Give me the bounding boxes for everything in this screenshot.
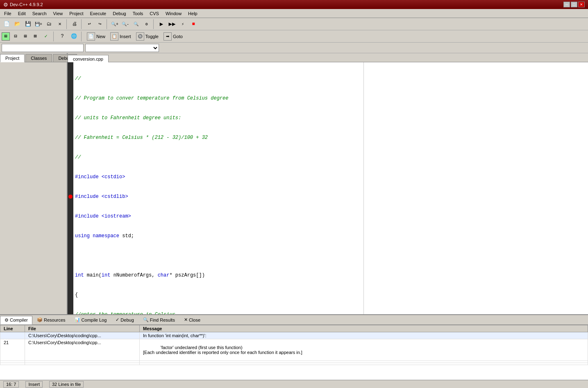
- tb2-btn1[interactable]: ⊞: [2, 32, 10, 41]
- undo-button[interactable]: ↩: [84, 19, 94, 29]
- tb-sep3: [107, 19, 108, 29]
- compile-button[interactable]: ▶: [157, 19, 166, 29]
- error-gutter: [68, 62, 73, 314]
- help-btn[interactable]: ?: [57, 32, 67, 41]
- status-lines: 32 Lines in file: [49, 381, 84, 388]
- close-file-button[interactable]: ✕: [55, 19, 65, 29]
- code-line-6: #include <cstdio>: [75, 174, 362, 180]
- search-dropdown[interactable]: [85, 44, 159, 52]
- menu-edit[interactable]: Edit: [15, 10, 29, 17]
- col-message: Message: [140, 325, 588, 332]
- save-all-button[interactable]: 💾+: [34, 19, 43, 29]
- menu-search[interactable]: Search: [29, 10, 50, 17]
- tb2-sep2: [81, 32, 83, 41]
- close-bottom-icon: ✕: [184, 317, 188, 322]
- debug-icon: ✓: [116, 317, 119, 322]
- project-button[interactable]: 🗂: [44, 19, 54, 29]
- error-row-1-line: 21: [0, 339, 25, 361]
- app-title: Dev-C++ 4.9.9.2: [10, 2, 43, 7]
- toolbar2: ⊞ ⊟ ⊞ ⊠ ✓ ? 🌐 📄 New 📋 Insert 🔘 Toggle ➡ …: [0, 30, 588, 43]
- zoom-out-button[interactable]: 🔍-: [120, 19, 130, 29]
- menu-cvs[interactable]: CVS: [146, 10, 162, 17]
- error-row-1-message: 'factor' undeclared (first use this func…: [140, 339, 588, 361]
- menu-window[interactable]: Window: [162, 10, 185, 17]
- web-btn[interactable]: 🌐: [69, 32, 79, 41]
- tab-classes[interactable]: Classes: [25, 54, 52, 62]
- tb2-checkmark[interactable]: ✓: [41, 32, 51, 41]
- menu-bar: File Edit Search View Project Execute De…: [0, 9, 588, 18]
- minimize-button[interactable]: ─: [563, 2, 570, 7]
- new-icon: 📄: [87, 32, 95, 41]
- code-line-1: //: [75, 75, 362, 82]
- code-line-8: #include <iostream>: [75, 213, 362, 220]
- btab-debug[interactable]: ✓ Debug: [111, 315, 138, 324]
- tb2-btn2[interactable]: ⊟: [11, 32, 20, 41]
- tb2-btn4[interactable]: ⊠: [31, 32, 39, 41]
- new-item[interactable]: 📄 New: [85, 32, 107, 41]
- debug-run-button[interactable]: ⚡: [178, 19, 188, 29]
- menu-execute[interactable]: Execute: [86, 10, 109, 17]
- code-line-13: //enter the temperature in Celsius: [75, 311, 362, 314]
- compile-log-label: Compile Log: [82, 318, 107, 322]
- options-button[interactable]: ⚙: [142, 19, 152, 29]
- restore-button[interactable]: □: [571, 2, 577, 7]
- compiler-label: Compiler: [10, 318, 28, 322]
- file-tabs: conversion.cpp: [68, 53, 588, 62]
- zoom-reset-button[interactable]: 🔍: [131, 19, 141, 29]
- menu-view[interactable]: View: [50, 10, 66, 17]
- file-tab-conversion[interactable]: conversion.cpp: [68, 55, 109, 63]
- code-line-5: //: [75, 154, 362, 161]
- new-file-button[interactable]: 📄: [2, 19, 11, 29]
- error-row-0-file: C:\Users\Cory\Desktop\coding\cpp...: [25, 332, 140, 339]
- status-position: 16: 7: [3, 381, 19, 388]
- goto-icon: ➡: [163, 32, 172, 41]
- btab-resources[interactable]: 📦 Resources: [32, 315, 70, 324]
- find-results-label: Find Results: [150, 318, 175, 322]
- close-button[interactable]: ✕: [578, 2, 585, 7]
- code-line-4: // Fahrenheit = Celsius * (212 - 32)/100…: [75, 134, 362, 141]
- zoom-in-button[interactable]: 🔍+: [110, 19, 120, 29]
- btab-find-results[interactable]: 🔍 Find Results: [138, 315, 179, 324]
- debug-label: Debug: [120, 318, 134, 322]
- resources-icon: 📦: [37, 317, 43, 322]
- menu-help[interactable]: Help: [185, 10, 201, 17]
- menu-project[interactable]: Project: [66, 10, 86, 17]
- insert-label: Insert: [120, 34, 131, 39]
- status-bar: 16: 7 Insert 32 Lines in file: [0, 380, 588, 388]
- code-lines[interactable]: // // Program to conver temperature from…: [73, 62, 363, 314]
- goto-item[interactable]: ➡ Goto: [162, 32, 184, 41]
- left-panel: [0, 62, 68, 314]
- tb2-btn3[interactable]: ⊞: [21, 32, 30, 41]
- app-icon: ⚙: [3, 2, 8, 8]
- code-area[interactable]: // // Program to conver temperature from…: [68, 62, 588, 314]
- right-split: [363, 62, 588, 314]
- title-bar: ⚙ Dev-C++ 4.9.9.2 ─ □ ✕: [0, 0, 588, 9]
- tb-sep2: [81, 19, 83, 29]
- redo-button[interactable]: ↪: [95, 19, 105, 29]
- error-table: Line File Message C:\Users\Cory\Desktop\…: [0, 325, 588, 365]
- open-file-button[interactable]: 📂: [12, 19, 22, 29]
- toggle-item[interactable]: 🔘 Toggle: [134, 32, 160, 41]
- error-row-0-message: In function 'int main(int, char**)':: [140, 332, 588, 339]
- btab-compiler[interactable]: ⚙ Compiler: [0, 316, 32, 324]
- btab-compile-log[interactable]: 📊 Compile Log: [70, 315, 111, 324]
- print-button[interactable]: 🖨: [70, 19, 79, 29]
- menu-tools[interactable]: Tools: [129, 10, 147, 17]
- insert-item[interactable]: 📋 Insert: [109, 32, 133, 41]
- tb-sep1: [66, 19, 68, 29]
- menu-file[interactable]: File: [1, 10, 15, 17]
- toolbar1: 📄 📂 💾 💾+ 🗂 ✕ 🖨 ↩ ↪ 🔍+ 🔍- 🔍 ⚙ ▶ ▶▶ ⚡ ■: [0, 18, 588, 30]
- save-button[interactable]: 💾: [23, 19, 33, 29]
- tab-project[interactable]: Project: [0, 54, 25, 62]
- code-line-9: using namespace std;: [75, 233, 362, 239]
- code-line-2: // Program to conver temperature from Ce…: [75, 95, 362, 102]
- title-left: ⚙ Dev-C++ 4.9.9.2: [3, 2, 43, 8]
- search-input[interactable]: [2, 44, 84, 52]
- btab-close[interactable]: ✕ Close: [179, 315, 205, 324]
- menu-debug[interactable]: Debug: [109, 10, 129, 17]
- run-button[interactable]: ▶▶: [167, 19, 177, 29]
- new-label: New: [96, 34, 105, 39]
- col-line: Line: [0, 325, 25, 332]
- search-bar: [0, 43, 588, 53]
- stop-button[interactable]: ■: [188, 19, 198, 29]
